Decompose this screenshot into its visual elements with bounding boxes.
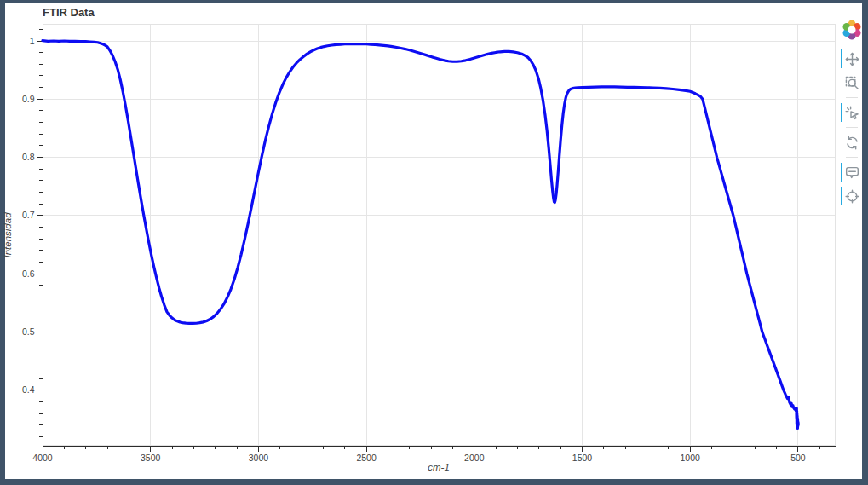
- reset-tool-button[interactable]: [842, 132, 862, 153]
- toolbar-separator: [846, 97, 858, 98]
- pan-icon: [845, 52, 859, 66]
- box-zoom-icon: [845, 76, 859, 90]
- box-zoom-tool-button[interactable]: [842, 72, 862, 93]
- plot-canvas[interactable]: 400035003000250020001500100050010.90.80.…: [0, 0, 868, 485]
- y-tick-label: 1: [30, 36, 35, 46]
- y-tick-label: 0.8: [22, 152, 35, 162]
- x-tick-label: 3000: [249, 453, 269, 463]
- toolbar-separator: [846, 157, 858, 158]
- y-tick-label: 0.5: [22, 326, 35, 337]
- x-tick-label: 500: [790, 453, 806, 463]
- y-tick-label: 0.6: [22, 268, 35, 279]
- bokeh-figure-window: { "colors": { "line": "#0d0df2", "grid":…: [0, 0, 868, 485]
- y-tick-label: 0.7: [22, 210, 35, 220]
- wheel-zoom-tool-button[interactable]: [842, 102, 862, 123]
- reset-icon: [845, 136, 859, 150]
- crosshair-icon: [845, 189, 859, 204]
- crosshair-tool-button[interactable]: [842, 186, 862, 206]
- x-tick-label: 2000: [464, 453, 485, 463]
- x-tick-label: 1000: [681, 453, 701, 463]
- y-axis-label: Intensidad: [3, 212, 13, 258]
- toolbar-separator: [846, 127, 858, 128]
- x-tick-label: 2500: [356, 453, 377, 463]
- plot-frame-outline: [43, 25, 836, 446]
- x-tick-label: 4000: [32, 453, 53, 463]
- wheel-zoom-icon: [845, 106, 859, 120]
- grid-lines: [43, 24, 836, 446]
- y-tick-label: 0.4: [22, 384, 35, 395]
- y-tick-label: 0.9: [22, 94, 35, 104]
- pan-tool-button[interactable]: [842, 49, 862, 69]
- x-tick-label: 1500: [572, 453, 593, 463]
- hover-icon: [845, 165, 859, 180]
- plot-title: FTIR Data: [43, 6, 95, 19]
- x-axis-label: cm-1: [428, 462, 450, 472]
- bokeh-toolbar: [839, 19, 865, 208]
- bokeh-logo-icon[interactable]: [841, 19, 863, 41]
- x-tick-label: 3500: [141, 453, 161, 463]
- hover-tool-button[interactable]: [842, 162, 862, 182]
- axes: [37, 24, 836, 452]
